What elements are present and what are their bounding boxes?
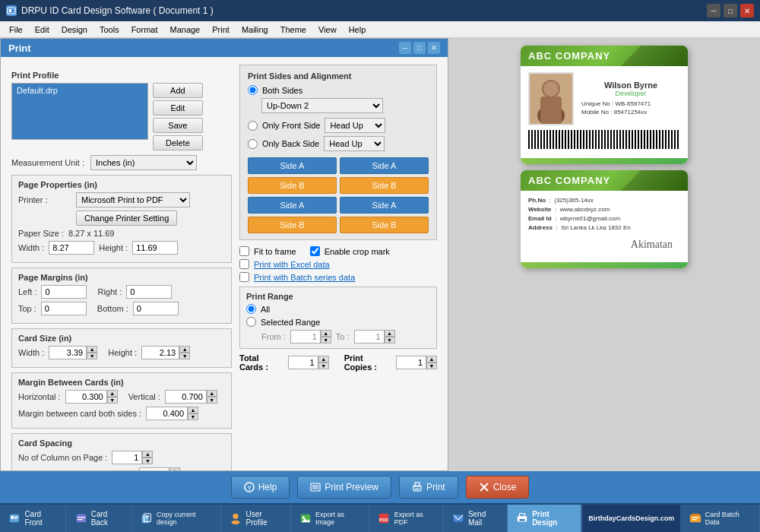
delete-profile-button[interactable]: Delete	[153, 135, 203, 150]
bottom-margin-input[interactable]	[133, 302, 179, 315]
top-margin-input[interactable]	[41, 302, 87, 315]
card-width-down[interactable]: ▼	[87, 353, 97, 359]
menu-design[interactable]: Design	[55, 24, 93, 36]
menu-file[interactable]: File	[3, 24, 29, 36]
enable-crop-checkbox[interactable]	[310, 246, 320, 256]
margin-both-up[interactable]: ▲	[188, 407, 198, 413]
dialog-minimize[interactable]: ─	[399, 42, 411, 54]
menu-manage[interactable]: Manage	[163, 24, 206, 36]
menu-help[interactable]: Help	[343, 24, 372, 36]
nav-user-profile[interactable]: User Profile	[221, 505, 290, 532]
all-range-label: All	[261, 305, 270, 314]
card-width-up[interactable]: ▲	[87, 346, 97, 353]
profile-selected-item[interactable]: Default.drp	[11, 83, 148, 140]
minimize-button[interactable]: ─	[707, 4, 720, 17]
nav-card-batch[interactable]: Card Batch Data	[680, 505, 760, 532]
width-input[interactable]	[49, 241, 94, 255]
margin-between-title: Margin Between Cards (in)	[18, 378, 225, 387]
card-preview-area: ABC COMPANY	[448, 38, 760, 471]
card-height-input[interactable]	[141, 346, 179, 359]
fit-to-frame-checkbox[interactable]	[239, 246, 249, 256]
print-batch-checkbox[interactable]	[239, 272, 249, 282]
margin-both-down[interactable]: ▼	[188, 413, 198, 420]
close-button[interactable]: Close	[466, 476, 530, 499]
total-down[interactable]: ▼	[318, 363, 329, 369]
right-margin-input[interactable]	[126, 285, 172, 299]
front-side-radio[interactable]	[248, 121, 258, 131]
add-profile-button[interactable]: Add	[153, 83, 203, 98]
window-close-button[interactable]: ✕	[740, 4, 754, 17]
columns-down[interactable]: ▼	[142, 458, 153, 464]
horizontal-input[interactable]	[65, 390, 107, 404]
nav-export-image[interactable]: Export as Image	[291, 505, 370, 532]
card-width-input[interactable]	[49, 346, 87, 359]
edit-profile-button[interactable]: Edit	[153, 100, 203, 116]
selected-range-radio[interactable]	[246, 317, 256, 327]
to-up[interactable]: ▲	[385, 330, 395, 337]
print-button[interactable]: Print	[399, 476, 458, 499]
print-excel-checkbox[interactable]	[239, 259, 249, 269]
menu-view[interactable]: View	[312, 24, 343, 36]
both-sides-radio[interactable]	[248, 85, 258, 95]
vertical-down[interactable]: ▼	[207, 397, 217, 404]
all-range-radio[interactable]	[246, 304, 256, 314]
to-down[interactable]: ▼	[385, 337, 395, 344]
printer-select[interactable]: Microsoft Print to PDF	[76, 192, 190, 207]
horizontal-down[interactable]: ▼	[107, 397, 118, 404]
nav-send-mail[interactable]: Send Mail	[444, 505, 508, 532]
left-margin-input[interactable]	[41, 285, 87, 299]
menu-mailing[interactable]: Mailing	[236, 24, 274, 36]
print-batch-row[interactable]: Print with Batch series data	[239, 272, 437, 282]
back-dropdown[interactable]: Head Up	[324, 136, 385, 151]
alignment-select[interactable]: Up-Down 2 Up-Down 1 Left-Right 1	[261, 98, 383, 113]
from-input[interactable]	[290, 330, 321, 344]
print-dialog: Print ─ □ ✕ Print Profile Default.drp	[0, 38, 448, 471]
print-excel-row[interactable]: Print with Excel data	[239, 259, 437, 269]
columns-input[interactable]	[112, 451, 142, 464]
total-input[interactable]	[288, 356, 318, 369]
margin-both-input[interactable]	[146, 407, 188, 420]
paper-size-row: Paper Size : 8.27 x 11.69	[18, 229, 225, 238]
front-dropdown[interactable]: Head Up	[325, 118, 385, 133]
nav-copy-design[interactable]: Copy current design	[132, 505, 222, 532]
height-input[interactable]	[132, 241, 178, 255]
menu-theme[interactable]: Theme	[274, 24, 312, 36]
card-height-down[interactable]: ▼	[179, 353, 190, 359]
print-preview-button[interactable]: Print Preview	[297, 476, 391, 499]
nav-export-pdf[interactable]: PDF Export as PDF	[369, 505, 443, 532]
nav-print-design[interactable]: Print Design	[508, 505, 582, 532]
help-button[interactable]: ? Help	[231, 476, 290, 499]
dialog-maximize[interactable]: □	[413, 42, 426, 54]
menu-edit[interactable]: Edit	[29, 24, 55, 36]
maximize-button[interactable]: □	[724, 4, 737, 17]
measurement-select[interactable]: Inches (in) Centimeters (cm) Pixels (px)	[90, 155, 197, 170]
change-printer-button[interactable]: Change Printer Setting	[76, 211, 177, 226]
from-down[interactable]: ▼	[321, 337, 331, 344]
export-pdf-icon: PDF	[377, 511, 391, 526]
copies-input[interactable]	[396, 356, 426, 369]
copies-down[interactable]: ▼	[426, 363, 437, 369]
back-side-radio[interactable]	[248, 139, 258, 149]
card-height-up[interactable]: ▲	[179, 346, 190, 353]
vertical-up[interactable]: ▲	[207, 390, 217, 397]
nav-card-front[interactable]: Card Front	[0, 505, 66, 532]
from-to-row: From : ▲ ▼ To :	[261, 330, 430, 344]
horizontal-up[interactable]: ▲	[107, 390, 118, 397]
menu-print[interactable]: Print	[206, 24, 236, 36]
menu-tools[interactable]: Tools	[93, 24, 125, 36]
menu-format[interactable]: Format	[125, 24, 164, 36]
to-input[interactable]	[354, 330, 385, 344]
max-cards-up[interactable]: ▲	[169, 467, 180, 471]
columns-up[interactable]: ▲	[142, 451, 153, 458]
page-margins-title: Page Margins (in)	[18, 273, 225, 282]
total-up[interactable]: ▲	[318, 356, 329, 363]
company-name-front: ABC COMPANY	[528, 50, 610, 62]
copies-up[interactable]: ▲	[426, 356, 437, 363]
page-properties-group: Page Properties (in) Printer : Microsoft…	[11, 175, 232, 263]
vertical-input[interactable]	[165, 390, 207, 404]
max-cards-input[interactable]	[139, 467, 169, 471]
from-up[interactable]: ▲	[321, 330, 331, 337]
dialog-close[interactable]: ✕	[428, 42, 440, 54]
nav-card-back[interactable]: Card Back	[66, 505, 131, 532]
save-profile-button[interactable]: Save	[153, 118, 203, 133]
